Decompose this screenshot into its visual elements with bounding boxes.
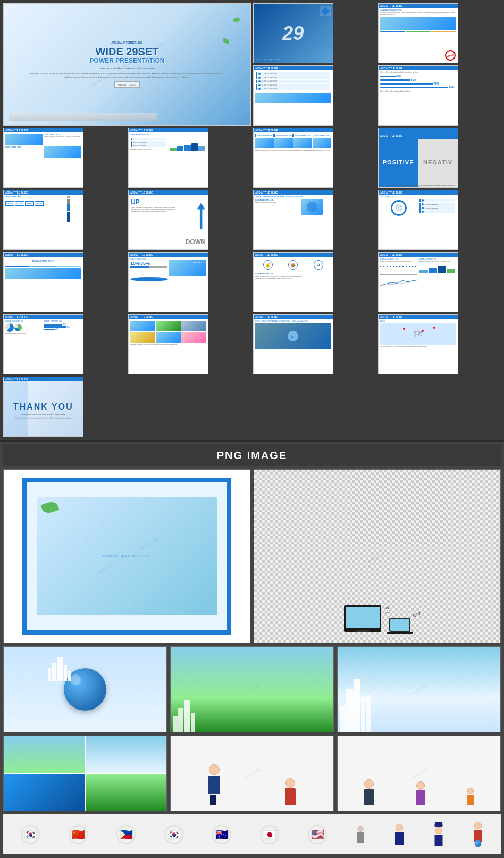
png-devices: asadal.com 👓 ⌚ bbox=[254, 469, 501, 643]
slide-16-thumb[interactable]: ADD A TITLE SLIDE 💰 icon 📦 icon ⚙ bbox=[253, 252, 333, 312]
slide-17-thumb[interactable]: ADD A TITLE SLIDE ASADAL INTERNET. INC. … bbox=[378, 252, 458, 312]
png-bottom-grid2: asadal.com asadal.com bbox=[3, 736, 501, 811]
city-tall-area: asadal.com bbox=[338, 647, 500, 732]
slide1-subtitle: Insert your subtitle or main author's na… bbox=[99, 66, 154, 71]
flag-korea: 🇰🇷 bbox=[21, 825, 40, 844]
slide-3-thumb[interactable]: ADD A TITLE SLIDE ASADAL INTERNET. INC. … bbox=[378, 3, 458, 63]
slide5-header: ADD A TITLE SLIDE bbox=[379, 66, 458, 70]
slide-14-thumb[interactable]: ADD A TITLE SLIDE ASADAL INTERNET. INC. … bbox=[3, 252, 83, 312]
png-section-title: PNG IMAGE bbox=[3, 444, 501, 466]
flag-philippines: 🇵🇭 bbox=[116, 825, 136, 844]
slide7-header: ADD A TITLE SLIDE bbox=[129, 128, 208, 132]
slide14-header: ADD A TITLE SLIDE bbox=[4, 253, 83, 257]
person-woman bbox=[416, 781, 425, 805]
slide-15-thumb[interactable]: ADD A TITLE SLIDE CLICK TO ADD TEXT 10% … bbox=[128, 252, 208, 312]
slide-2-thumb[interactable]: asadal.com 29 부2 - CLICK TO ADD TEXT bbox=[253, 3, 333, 63]
businesswoman-globe bbox=[474, 822, 482, 847]
slide-21-thumb[interactable]: ADD A TITLE SLIDE 60.2% ASADAL INTERNET.… bbox=[378, 314, 458, 374]
frame-label: ASADAL INTERNET INC. bbox=[102, 554, 152, 559]
slide4-header: ADD A TITLE SLIDE bbox=[254, 66, 333, 70]
slide15-body: CLICK TO ADD TEXT 10% 35% bbox=[129, 257, 208, 282]
leaf-green-1 bbox=[42, 502, 58, 515]
glasses-deco: 👓 bbox=[411, 609, 422, 620]
slide5-body: Click to fill in subheading and add desc… bbox=[379, 70, 458, 94]
slide20-body: CLICK TO ADD TEXT * ASADAL INTERNET INC.… bbox=[254, 319, 333, 351]
park-buildings bbox=[171, 700, 333, 732]
flags-row: 🇰🇷 🇨🇳 🇵🇭 🇰🇷 🇦🇺 🇯🇵 🇺🇸 bbox=[3, 814, 501, 854]
slide-18-thumb[interactable]: ADD A TITLE SLIDE ASADAL INTERNET. INC. … bbox=[3, 314, 83, 374]
slide-11-thumb[interactable]: ADD A TITLE SLIDE UP Started its busines… bbox=[128, 190, 208, 250]
slide-1-thumb[interactable]: asadal.com asadal.com asadal.com ASADAL … bbox=[3, 3, 251, 126]
png-bottom-grid: asadal.com asadal.com bbox=[3, 646, 501, 732]
person-businessman bbox=[208, 764, 220, 805]
slide18-body: ASADAL INTERNET. INC. Started its busine… bbox=[4, 319, 83, 335]
slide9-header: ADD A TITLE SLIDE bbox=[380, 135, 402, 137]
slide8-body: ASADAL INTERNET. INC. ASADAL INTERNET. I… bbox=[254, 132, 333, 154]
slide21-header: ADD A TITLE SLIDE bbox=[379, 315, 458, 319]
flag-japan: 🇯🇵 bbox=[260, 825, 279, 844]
globe-buildings bbox=[48, 657, 71, 681]
pos-neg-container: POSITIVE NEGATIV bbox=[379, 132, 458, 187]
nature-grid bbox=[4, 736, 166, 811]
silhouette-1 bbox=[357, 826, 364, 843]
watermark-png4: asadal.com bbox=[243, 684, 261, 696]
laptop-device: 👓 ⌚ bbox=[389, 618, 410, 632]
positive-label: POSITIVE bbox=[383, 159, 414, 165]
slide12-header: ADD A TITLE SLIDE bbox=[254, 190, 333, 195]
slide4-body: CLICK TO ADD TEXT CLICK TO ADD TEXT CLIC… bbox=[254, 70, 333, 104]
blue-frame: ASADAL INTERNET INC. bbox=[22, 478, 232, 635]
png-family: asadal.com bbox=[337, 736, 501, 811]
slide11-updown: UP Started its business in Seoul Korea, … bbox=[129, 195, 208, 248]
slide-4-thumb[interactable]: ADD A TITLE SLIDE CLICK TO ADD TEXT CLIC… bbox=[253, 65, 333, 126]
slide-19-thumb[interactable]: ADD A TITLE SLIDE Started its business i… bbox=[128, 314, 208, 374]
tall-buildings bbox=[338, 647, 500, 732]
leaf-decoration-1 bbox=[233, 14, 240, 24]
slide1-logo: INSERT LOGO bbox=[114, 81, 140, 88]
slide-10-thumb[interactable]: ADD A TITLE SLIDE CLICK TO ASK TEXT Star… bbox=[3, 190, 83, 250]
slide3-body: ASADAL INTERNET. INC. Started its busine… bbox=[379, 8, 458, 33]
slide1-title: WIDE 29SET POWER PRESENTATION bbox=[90, 46, 165, 64]
flag-usa: 🇺🇸 bbox=[308, 825, 327, 844]
slide10-header: ADD A TITLE SLIDE bbox=[4, 190, 83, 195]
slide14-body: ASADAL INTERNET. INC. 01 Started its bus… bbox=[4, 257, 83, 280]
slide-22-thumb[interactable]: ADD A TITLE SLIDE THANK YOU Insert your … bbox=[3, 377, 83, 437]
slide12-body: * CLICK TO ADD KEYWORD OR INSERT SUBJECT… bbox=[254, 195, 333, 216]
png-business-people: asadal.com bbox=[170, 736, 334, 811]
png-nature-city bbox=[3, 736, 167, 811]
png-city-tall: asadal.com bbox=[337, 646, 501, 732]
watermark-png7: asadal.com bbox=[410, 768, 428, 780]
slide-20-thumb[interactable]: ADD A TITLE SLIDE CLICK TO ADD TEXT * AS… bbox=[253, 314, 333, 374]
globe-with-city bbox=[64, 668, 106, 711]
business-people-area: asadal.com bbox=[171, 736, 333, 811]
keyboard-decoration bbox=[9, 113, 157, 121]
slide18-header: ADD A TITLE SLIDE bbox=[4, 315, 83, 319]
slide-13-thumb[interactable]: ADD A TITLE SLIDE CLICK TO ADD TEXT Star… bbox=[378, 190, 458, 250]
globe-area: asadal.com bbox=[4, 647, 166, 732]
silhouette-2 bbox=[395, 824, 404, 845]
png-frame-slide: asadal.com asadal.com asadal.com ASADAL … bbox=[3, 469, 250, 643]
slide6-body: CLICK TO ADD TEXT Started its business i… bbox=[4, 132, 83, 159]
person-man bbox=[364, 779, 374, 805]
monitor-device bbox=[344, 605, 381, 632]
negative-label: NEGATIV bbox=[423, 159, 452, 165]
slide-5-thumb[interactable]: ADD A TITLE SLIDE Click to fill in subhe… bbox=[378, 65, 458, 126]
slide-7-thumb[interactable]: ADD A TITLE SLIDE * ASADAL INTERNET. INC… bbox=[128, 128, 208, 188]
slide-8-thumb[interactable]: ADD A TITLE SLIDE ASADAL INTERNET. INC. … bbox=[253, 128, 333, 188]
png-park: asadal.com bbox=[170, 646, 334, 732]
slide10-body: CLICK TO ASK TEXT Started its business i… bbox=[4, 195, 83, 223]
thankyou-subtitle: Insert your subtitle or main author's na… bbox=[21, 413, 65, 416]
person-child bbox=[467, 788, 474, 805]
leaf-decoration-2 bbox=[223, 36, 229, 45]
flag-korea2: 🇰🇷 bbox=[164, 825, 183, 844]
png-section: PNG IMAGE asadal.com asadal.com asadal.c… bbox=[0, 442, 504, 858]
slide13-body: CLICK TO ADD TEXT Started its business i… bbox=[379, 195, 458, 221]
slides-section: asadal.com asadal.com asadal.com ASADAL … bbox=[0, 0, 504, 440]
slide1-company: ASADAL INTERNET. INC. bbox=[111, 41, 142, 44]
slide-9-thumb[interactable]: ADD A TITLE SLIDE POSITIVE NEGATIV ASADA… bbox=[378, 128, 458, 188]
slide3-header: ADD A TITLE SLIDE bbox=[379, 4, 458, 8]
slide-12-thumb[interactable]: ADD A TITLE SLIDE * CLICK TO ADD KEYWORD… bbox=[253, 190, 333, 250]
slide16-header: ADD A TITLE SLIDE bbox=[254, 253, 333, 257]
slide7-body: * ASADAL INTERNET. INC. CLICK TO ADD TEX… bbox=[129, 132, 208, 152]
slide-6-thumb[interactable]: ADD A TITLE SLIDE CLICK TO ADD TEXT Star… bbox=[3, 128, 83, 188]
park-area: asadal.com bbox=[171, 647, 333, 732]
